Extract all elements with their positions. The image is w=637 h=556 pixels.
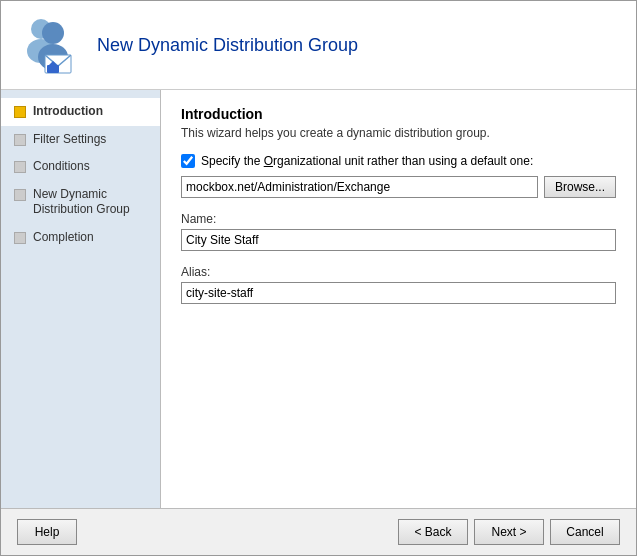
- sidebar-item-conditions[interactable]: Conditions: [1, 153, 160, 181]
- alias-label: Alias:: [181, 265, 616, 279]
- content-area: Introduction This wizard helps you creat…: [161, 90, 636, 508]
- sidebar-item-filter-settings[interactable]: Filter Settings: [1, 126, 160, 154]
- help-button[interactable]: Help: [17, 519, 77, 545]
- header-icon: [17, 13, 81, 77]
- bullet-introduction: [13, 105, 27, 119]
- dialog: New Dynamic Distribution Group Introduct…: [0, 0, 637, 556]
- footer-right: < Back Next > Cancel: [398, 519, 620, 545]
- svg-point-2: [42, 22, 64, 44]
- bullet-completion: [13, 231, 27, 245]
- cancel-button[interactable]: Cancel: [550, 519, 620, 545]
- ou-underline: O: [264, 154, 273, 168]
- bullet-filter-settings: [13, 133, 27, 147]
- sidebar-item-new-dynamic[interactable]: New Dynamic Distribution Group: [1, 181, 160, 224]
- name-label: Name:: [181, 212, 616, 226]
- ou-checkbox-row: Specify the Organizational unit rather t…: [181, 154, 616, 168]
- ou-checkbox-label: Specify the Organizational unit rather t…: [201, 154, 533, 168]
- footer-left: Help: [17, 519, 77, 545]
- sidebar: Introduction Filter Settings Conditions …: [1, 90, 161, 508]
- dialog-footer: Help < Back Next > Cancel: [1, 508, 636, 555]
- browse-button[interactable]: Browse...: [544, 176, 616, 198]
- sidebar-item-introduction[interactable]: Introduction: [1, 98, 160, 126]
- name-field-group: Name:: [181, 212, 616, 251]
- name-input[interactable]: [181, 229, 616, 251]
- next-button[interactable]: Next >: [474, 519, 544, 545]
- content-title: Introduction: [181, 106, 616, 122]
- ou-checkbox[interactable]: [181, 154, 195, 168]
- bullet-conditions: [13, 160, 27, 174]
- ou-path-input[interactable]: [181, 176, 538, 198]
- back-button[interactable]: < Back: [398, 519, 468, 545]
- alias-field-group: Alias:: [181, 265, 616, 304]
- ou-path-row: Browse...: [181, 176, 616, 198]
- dialog-header: New Dynamic Distribution Group: [1, 1, 636, 90]
- alias-input[interactable]: [181, 282, 616, 304]
- bullet-new-dynamic: [13, 188, 27, 202]
- sidebar-item-completion[interactable]: Completion: [1, 224, 160, 252]
- dialog-body: Introduction Filter Settings Conditions …: [1, 90, 636, 508]
- content-description: This wizard helps you create a dynamic d…: [181, 126, 616, 140]
- dialog-title: New Dynamic Distribution Group: [97, 35, 358, 56]
